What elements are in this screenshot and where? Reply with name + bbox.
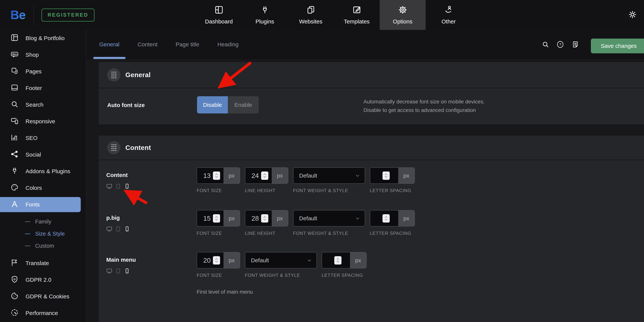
stepper-buttons[interactable] [382, 172, 390, 180]
sidebar-item-fonts[interactable]: Fonts [0, 197, 81, 212]
drag-dots-icon [112, 72, 116, 78]
font-size-field: px FONT SIZE [197, 252, 240, 278]
disable-button[interactable]: Disable [197, 96, 228, 114]
drag-handle[interactable] [107, 141, 120, 154]
font-weight-field: Default FONT WEIGHT & STYLE [245, 252, 317, 278]
betheme-logo[interactable]: Be [10, 8, 26, 22]
tab-general[interactable]: General [99, 30, 120, 59]
tab-page-title[interactable]: Page title [176, 30, 199, 59]
stepper-buttons[interactable] [213, 172, 220, 180]
letter-spacing-input[interactable] [330, 256, 332, 264]
nav-item-templates[interactable]: Templates [334, 0, 380, 30]
sidebar-item-footer[interactable]: Footer [0, 80, 86, 96]
stepper-buttons[interactable] [261, 172, 268, 180]
stepper-buttons[interactable] [261, 214, 268, 222]
tablet-icon[interactable] [115, 183, 121, 189]
tablet-icon[interactable] [115, 268, 121, 274]
help-icon: ? [556, 41, 564, 48]
sidebar-item-gdpr[interactable]: G GDPR 2.0 [0, 272, 86, 288]
select-value: Default [251, 257, 269, 264]
sidebar-subitem-size-style[interactable]: Size & Style [0, 228, 86, 240]
phone-icon[interactable] [124, 183, 130, 189]
notes-button[interactable] [571, 40, 580, 49]
sidebar-item-responsive[interactable]: Responsive [0, 113, 86, 130]
dash-icon [25, 246, 30, 246]
line-height-input[interactable] [249, 214, 259, 222]
sidebar-item-colors[interactable]: Colors [0, 180, 86, 196]
nav-item-other[interactable]: Other [426, 0, 472, 30]
sidebar-item-shop[interactable]: Woo Shop [0, 46, 86, 63]
search-button[interactable] [541, 40, 550, 49]
desktop-icon[interactable] [106, 268, 112, 274]
font-row-main-menu: Main menu [99, 252, 644, 278]
sidebar-item-search[interactable]: Search [0, 96, 86, 113]
save-changes-button[interactable]: Save changes [591, 38, 644, 53]
phone-icon[interactable] [124, 268, 130, 274]
tablet-icon[interactable] [115, 226, 121, 232]
sidebar-item-pages[interactable]: Pages [0, 63, 86, 80]
font-size-input[interactable] [200, 256, 211, 264]
sub-item-label: Family [35, 218, 51, 225]
fonts-subnav: Family Size & Style Custom [0, 216, 86, 252]
sidebar-item-social[interactable]: Social [0, 146, 86, 163]
phone-icon[interactable] [124, 226, 130, 232]
row-label-col: Main menu [106, 252, 197, 278]
nav-item-dashboard[interactable]: Dashboard [196, 0, 242, 30]
sidebar-item-label: Pages [26, 68, 42, 75]
chevron-up-icon [384, 216, 388, 218]
tab-heading[interactable]: Heading [218, 30, 238, 59]
sidebar-item-label: Performance [26, 310, 58, 316]
font-weight-select[interactable]: Default [245, 252, 317, 268]
light-mode-toggle[interactable] [626, 8, 639, 22]
row-label-col: p.big [106, 210, 197, 236]
sidebar-item-translate[interactable]: Translate [0, 255, 86, 272]
help-button[interactable]: ? [556, 40, 565, 49]
sun-icon [628, 10, 637, 20]
sidebar-subitem-custom[interactable]: Custom [0, 240, 86, 252]
sidebar-item-addons-plugins[interactable]: Addons & Plugins [0, 163, 86, 180]
auto-font-size-toggle: Disable Enable [197, 96, 259, 114]
sidebar-item-label: Fonts [26, 201, 40, 208]
stepper-buttons[interactable] [213, 256, 220, 264]
tab-label: General [99, 41, 120, 48]
unit-label: px [398, 168, 414, 184]
letter-spacing-field: px LETTER SPACING [370, 167, 415, 193]
letter-spacing-field: px LETTER SPACING [370, 210, 415, 236]
letter-spacing-input[interactable] [379, 172, 380, 180]
font-weight-select[interactable]: Default [293, 210, 365, 226]
stepper-buttons[interactable] [382, 214, 390, 222]
nav-item-options[interactable]: Options [380, 0, 426, 30]
enable-button[interactable]: Enable [228, 96, 259, 114]
sidebar-item-label: Addons & Plugins [26, 168, 70, 174]
font-size-field: px FONT SIZE [197, 167, 240, 193]
font-weight-select[interactable]: Default [293, 167, 365, 184]
tab-content[interactable]: Content [138, 30, 158, 59]
sidebar-item-label: Search [26, 102, 44, 108]
drag-handle[interactable] [107, 68, 120, 82]
nav-item-websites[interactable]: Websites [288, 0, 334, 30]
letter-spacing-input[interactable] [379, 214, 380, 222]
sub-item-label: Custom [35, 243, 54, 249]
sidebar-subitem-family[interactable]: Family [0, 216, 86, 228]
description-line: Disable to get access to advanced config… [364, 106, 484, 114]
stepper-buttons[interactable] [213, 214, 220, 222]
logo-area: Be REGISTERED [10, 4, 94, 26]
sidebar-item-blog-portfolio[interactable]: Blog & Portfolio [0, 30, 86, 46]
font-rows: Content [99, 167, 644, 295]
field-caption: FONT SIZE [197, 188, 240, 193]
sidebar-item-seo[interactable]: SEO [0, 130, 86, 146]
line-height-input[interactable] [249, 172, 259, 180]
field-caption: FONT SIZE [197, 273, 240, 278]
unit-label: px [272, 168, 288, 184]
desktop-icon[interactable] [106, 226, 112, 232]
sidebar-item-gdpr-cookies[interactable]: GDPR & Cookies [0, 288, 86, 305]
sidebar-item-performance[interactable]: Performance [0, 305, 86, 322]
topbar: Be REGISTERED Dashboard Plugins [0, 0, 644, 30]
nav-item-plugins[interactable]: Plugins [242, 0, 288, 30]
flag-icon [10, 258, 19, 268]
auto-font-size-row: Auto font size Disable Enable Automatica… [99, 88, 644, 124]
desktop-icon[interactable] [106, 183, 112, 189]
stepper-buttons[interactable] [334, 256, 342, 264]
font-size-input[interactable] [200, 214, 211, 222]
font-size-input[interactable] [200, 172, 211, 180]
